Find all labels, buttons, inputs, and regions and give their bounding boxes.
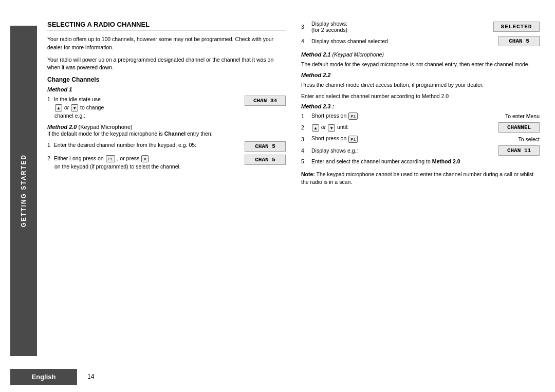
method20-title: Method 2.0 (Keypad Microphone) xyxy=(47,124,133,130)
intro-p1: Your radio offers up to 100 channels, ho… xyxy=(47,35,286,52)
left-column: SELECTING A RADIO CHANNEL Your radio off… xyxy=(47,21,286,351)
method20-step1-display: CHAN 5 xyxy=(245,141,286,152)
footer-language-box: English xyxy=(10,369,77,385)
right-step3: 3 Display shows: (for 2 seconds) SELECTE… xyxy=(301,21,540,33)
method21-desc: The default mode for the keypad micropho… xyxy=(301,61,540,69)
method1-display: CHAN 34 xyxy=(245,96,286,106)
page-number: 14 xyxy=(87,373,94,380)
m23-step4-display: CHAN 11 xyxy=(498,145,540,156)
m23-p1-icon2: P1 xyxy=(348,136,358,143)
page-container: GETTING STARTED SELECTING A RADIO CHANNE… xyxy=(0,0,555,392)
m23-step1: 1 Short press on P1 To enter Menu xyxy=(301,113,540,120)
method22-desc2: Enter and select the channel number acco… xyxy=(301,92,540,101)
step3-display: SELECTED xyxy=(493,22,540,32)
method20-step1-text: Enter the desired channel number from th… xyxy=(54,142,196,148)
main-content: GETTING STARTED SELECTING A RADIO CHANNE… xyxy=(0,0,555,356)
document-area: SELECTING A RADIO CHANNEL Your radio off… xyxy=(37,10,555,356)
section-title: SELECTING A RADIO CHANNEL xyxy=(47,21,286,30)
note-text: The keypad microphone cannot be used to … xyxy=(301,171,533,185)
intro-p2: Your radio will power up on a preprogram… xyxy=(47,56,286,72)
note-section: Note: The keypad microphone cannot be us… xyxy=(301,171,540,187)
method20-step2-display: CHAN 5 xyxy=(245,155,286,165)
subsection-title: Change Channels xyxy=(47,76,286,83)
right-column: 3 Display shows: (for 2 seconds) SELECTE… xyxy=(301,21,540,351)
sidebar-tab-label: GETTING STARTED xyxy=(20,154,27,227)
method20-step1: 1 Enter the desired channel number from … xyxy=(47,141,286,152)
method1-step1: 1 In the idle state use ▲ or ▼ to change… xyxy=(47,96,286,120)
step4-display: CHAN 5 xyxy=(498,36,540,46)
method1-step1-text: In the idle state use xyxy=(54,96,101,102)
m23-step5: 5 Enter and select the channel number ac… xyxy=(301,158,540,164)
method22-desc1: Press the channel mode direct access but… xyxy=(301,81,540,89)
m23-step2: 2 ▲ or ▼ until: CHANNEL xyxy=(301,122,540,133)
right-step4: 4 Display shows channel selected CHAN 5 xyxy=(301,36,540,46)
footer: English 14 xyxy=(0,361,555,392)
m23-step4: 4 Display shows e.g.: CHAN 11 xyxy=(301,145,540,156)
method1-step1-sub3: channel e.g.: xyxy=(54,113,85,119)
method20-desc: If the default mode for the keypad micro… xyxy=(47,130,286,138)
m23-arrow-down: ▼ xyxy=(328,124,335,132)
arrow-up-icon: ▲ xyxy=(55,104,62,111)
method23-title: Method 2.3 : xyxy=(301,103,540,109)
method22-title: Method 2.2 xyxy=(301,72,540,78)
hash-icon: # xyxy=(141,155,149,162)
method20-step2-text: Either Long press on xyxy=(54,155,104,161)
p1-icon-step2: P1 xyxy=(106,155,115,162)
method1-title: Method 1 xyxy=(47,86,286,92)
m23-arrow-up: ▲ xyxy=(312,124,319,132)
method21-title: Method 2.1 (Keypad Microphone) xyxy=(301,51,384,58)
m23-step3: 3 Short press on P1 To select xyxy=(301,135,540,142)
footer-language-label: English xyxy=(32,373,56,381)
method1-step1-left: 1 In the idle state use ▲ or ▼ to change… xyxy=(47,96,240,120)
m23-step2-display: CHANNEL xyxy=(498,122,540,133)
arrow-down-icon: ▼ xyxy=(71,104,78,111)
method20-step2: 2 Either Long press on P1 , or press # o… xyxy=(47,155,286,171)
sidebar-tab: GETTING STARTED xyxy=(10,26,37,356)
m23-p1-icon1: P1 xyxy=(348,113,358,120)
